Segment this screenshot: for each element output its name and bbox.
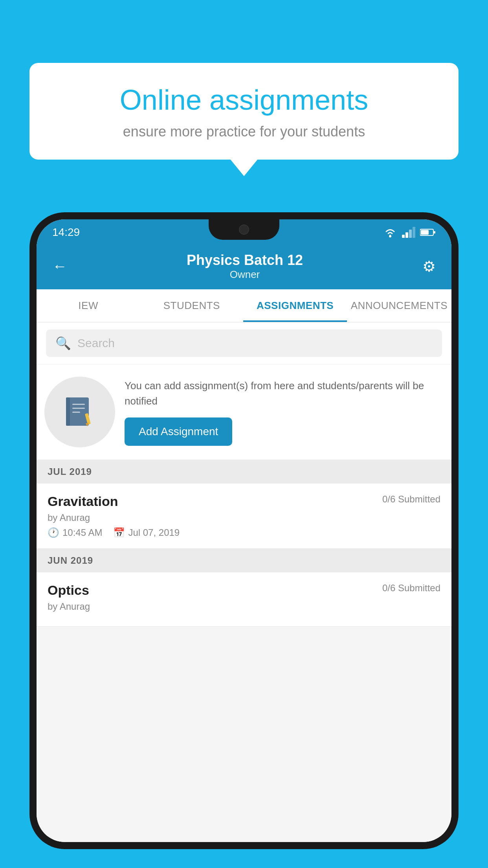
promo-icon-circle [44, 377, 115, 447]
promo-text: You can add assignment(s) from here and … [125, 378, 440, 409]
status-icons [383, 227, 436, 238]
tab-assignments[interactable]: ASSIGNMENTS [243, 289, 347, 322]
promo-section: You can add assignment(s) from here and … [37, 365, 451, 459]
status-time: 14:29 [52, 226, 80, 239]
phone-camera [239, 224, 249, 235]
back-button[interactable]: ← [52, 258, 67, 275]
signal-icon [402, 227, 415, 238]
svg-rect-7 [434, 231, 435, 234]
add-assignment-button[interactable]: Add Assignment [125, 417, 232, 446]
speech-bubble-title: Online assignments [53, 85, 435, 116]
header-title-area: Physics Batch 12 Owner [187, 252, 303, 281]
phone-wrapper: 14:29 [29, 212, 459, 868]
section-header-jul: JUL 2019 [37, 460, 451, 484]
assignment-submitted-optics: 0/6 Submitted [382, 583, 440, 594]
assignment-name-optics: Optics [48, 583, 89, 598]
svg-rect-1 [402, 235, 405, 238]
assignment-item-optics[interactable]: Optics 0/6 Submitted by Anurag [37, 572, 451, 627]
assignment-date: Jul 07, 2019 [128, 527, 180, 538]
header-title: Physics Batch 12 [187, 252, 303, 268]
app-header: ← Physics Batch 12 Owner ⚙ [37, 245, 451, 289]
svg-rect-4 [413, 227, 415, 238]
svg-rect-3 [409, 230, 412, 238]
meta-date: 📅 Jul 07, 2019 [113, 527, 180, 538]
tab-iew[interactable]: IEW [37, 289, 140, 322]
assignment-row1-optics: Optics 0/6 Submitted [48, 583, 440, 598]
svg-rect-6 [421, 230, 429, 235]
search-input-wrapper[interactable]: 🔍 Search [46, 329, 442, 357]
speech-bubble: Online assignments ensure more practice … [29, 63, 459, 160]
settings-icon[interactable]: ⚙ [422, 258, 436, 275]
tab-students[interactable]: STUDENTS [140, 289, 243, 322]
search-placeholder: Search [77, 337, 115, 350]
svg-rect-12 [72, 412, 80, 413]
svg-rect-9 [66, 397, 70, 426]
assignment-by-optics: by Anurag [48, 601, 440, 612]
search-container: 🔍 Search [37, 322, 451, 364]
meta-time: 🕐 10:45 AM [48, 527, 102, 538]
tabs-bar: IEW STUDENTS ASSIGNMENTS ANNOUNCEMENTS [37, 289, 451, 322]
wifi-icon [383, 227, 397, 238]
speech-bubble-subtitle: ensure more practice for your students [53, 123, 435, 140]
svg-point-0 [389, 235, 391, 237]
battery-icon [420, 228, 436, 237]
section-header-jun: JUN 2019 [37, 549, 451, 572]
assignment-row1: Gravitation 0/6 Submitted [48, 494, 440, 509]
promo-content: You can add assignment(s) from here and … [125, 378, 440, 446]
assignment-by: by Anurag [48, 512, 440, 523]
svg-rect-2 [405, 232, 408, 238]
search-icon: 🔍 [55, 336, 71, 351]
assignment-item-gravitation[interactable]: Gravitation 0/6 Submitted by Anurag 🕐 10… [37, 484, 451, 549]
content-area: 🔍 Search [37, 322, 451, 842]
assignment-time: 10:45 AM [62, 527, 102, 538]
assignment-name: Gravitation [48, 494, 118, 509]
svg-rect-11 [72, 408, 85, 409]
notebook-icon [62, 394, 97, 430]
assignment-meta: 🕐 10:45 AM 📅 Jul 07, 2019 [48, 527, 440, 538]
svg-rect-10 [72, 404, 85, 405]
tab-announcements[interactable]: ANNOUNCEMENTS [347, 289, 451, 322]
phone-outer: 14:29 [29, 212, 459, 849]
speech-bubble-container: Online assignments ensure more practice … [29, 63, 459, 160]
phone-notch [209, 219, 279, 240]
assignment-submitted: 0/6 Submitted [382, 494, 440, 505]
calendar-icon: 📅 [113, 527, 125, 538]
header-subtitle: Owner [187, 268, 303, 281]
phone-screen: 14:29 [37, 219, 451, 842]
clock-icon: 🕐 [48, 527, 59, 538]
